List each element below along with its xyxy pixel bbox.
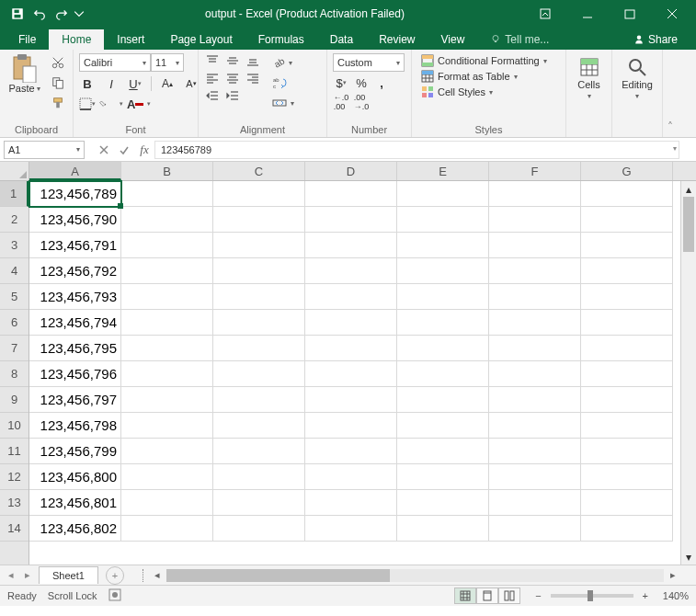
scroll-down-icon[interactable]: ▾	[681, 549, 696, 565]
cell[interactable]	[489, 516, 581, 542]
tell-me[interactable]: Tell me...	[477, 29, 562, 50]
view-page-layout-icon[interactable]	[476, 587, 498, 604]
collapse-ribbon-icon[interactable]: ˄	[667, 120, 673, 133]
align-top-icon[interactable]	[204, 53, 221, 68]
select-all-corner[interactable]	[0, 162, 29, 180]
cell[interactable]	[305, 258, 397, 284]
paste-button[interactable]: Paste▾	[6, 53, 43, 124]
zoom-in-button[interactable]: +	[639, 590, 652, 601]
italic-button[interactable]: I	[103, 75, 120, 92]
cell[interactable]	[397, 233, 489, 258]
cell[interactable]	[489, 490, 581, 516]
macro-record-icon[interactable]	[108, 588, 121, 603]
cell[interactable]	[121, 310, 213, 336]
cell[interactable]: 123,456,795	[29, 336, 121, 361]
tab-page-layout[interactable]: Page Layout	[157, 29, 245, 50]
cell[interactable]	[397, 464, 489, 490]
decrease-decimal-icon[interactable]: .00→.0	[353, 94, 370, 110]
cell[interactable]	[397, 207, 489, 233]
cell[interactable]	[581, 284, 673, 310]
cell[interactable]	[581, 181, 673, 207]
col-header-D[interactable]: D	[305, 162, 397, 180]
insert-function-icon[interactable]: fx	[134, 141, 154, 159]
row-header[interactable]: 1	[0, 181, 29, 207]
cell[interactable]	[305, 464, 397, 490]
formula-input[interactable]: 123456789▾	[154, 141, 679, 159]
cell[interactable]	[397, 387, 489, 413]
cancel-formula-icon[interactable]	[94, 141, 114, 159]
cell[interactable]	[581, 233, 673, 258]
cell[interactable]	[581, 516, 673, 542]
cell[interactable]	[581, 336, 673, 361]
cell[interactable]	[489, 207, 581, 233]
align-right-icon[interactable]	[245, 71, 261, 86]
cell[interactable]	[397, 181, 489, 207]
cell[interactable]	[305, 207, 397, 233]
row-header[interactable]: 2	[0, 207, 29, 233]
cell[interactable]	[305, 181, 397, 207]
number-format-selector[interactable]: Custom▾	[333, 53, 405, 72]
format-as-table-button[interactable]: Format as Table ▾	[417, 69, 551, 84]
redo-icon[interactable]	[51, 4, 72, 24]
cell[interactable]	[213, 336, 305, 361]
cell[interactable]	[213, 490, 305, 516]
tab-review[interactable]: Review	[366, 29, 428, 50]
bold-button[interactable]: B	[79, 75, 96, 92]
col-header-F[interactable]: F	[489, 162, 581, 180]
cell[interactable]: 123,456,793	[29, 284, 121, 310]
cell[interactable]	[581, 310, 673, 336]
fill-color-button[interactable]	[99, 96, 116, 112]
row-header[interactable]: 7	[0, 336, 29, 361]
cell[interactable]	[397, 490, 489, 516]
cell[interactable]	[121, 336, 213, 361]
cell[interactable]: 123,456,800	[29, 464, 121, 490]
col-header-G[interactable]: G	[581, 162, 673, 180]
cell[interactable]	[121, 233, 213, 258]
cell[interactable]	[305, 310, 397, 336]
align-center-icon[interactable]	[224, 71, 241, 86]
save-icon[interactable]	[7, 4, 28, 24]
cell[interactable]	[121, 490, 213, 516]
orientation-button[interactable]: ab▾	[268, 53, 298, 72]
cell[interactable]	[305, 490, 397, 516]
col-header-C[interactable]: C	[213, 162, 305, 180]
cell[interactable]	[121, 439, 213, 464]
row-header[interactable]: 13	[0, 490, 29, 516]
font-name-selector[interactable]: Calibri▾	[79, 53, 151, 72]
cell[interactable]	[581, 490, 673, 516]
ribbon-display-options[interactable]	[525, 0, 565, 28]
col-header-A[interactable]: A	[29, 162, 121, 180]
cell[interactable]: 123,456,794	[29, 310, 121, 336]
sheet-tab-active[interactable]: Sheet1	[39, 566, 98, 584]
cell[interactable]: 123,456,789	[29, 181, 121, 207]
row-header[interactable]: 6	[0, 310, 29, 336]
tab-data[interactable]: Data	[317, 29, 366, 50]
cell[interactable]	[397, 361, 489, 387]
cell[interactable]	[397, 439, 489, 464]
cell[interactable]	[213, 284, 305, 310]
close-button[interactable]	[652, 0, 692, 28]
col-header-E[interactable]: E	[397, 162, 489, 180]
scroll-up-icon[interactable]: ▴	[681, 181, 696, 197]
cell[interactable]	[213, 233, 305, 258]
cell[interactable]	[581, 207, 673, 233]
row-header[interactable]: 14	[0, 516, 29, 542]
editing-button[interactable]: Editing▾	[618, 53, 656, 135]
accounting-format-icon[interactable]: $▾	[333, 74, 349, 91]
conditional-formatting-button[interactable]: Conditional Formatting ▾	[417, 53, 551, 68]
cell[interactable]	[213, 258, 305, 284]
enter-formula-icon[interactable]	[114, 141, 134, 159]
cell[interactable]	[489, 387, 581, 413]
row-header[interactable]: 4	[0, 258, 29, 284]
cell[interactable]	[305, 413, 397, 439]
cell[interactable]	[581, 258, 673, 284]
cell[interactable]	[489, 310, 581, 336]
cell[interactable]	[213, 439, 305, 464]
vscroll-thumb[interactable]	[683, 197, 694, 252]
cell[interactable]	[489, 258, 581, 284]
name-box[interactable]: A1▾	[4, 141, 85, 159]
tab-home[interactable]: Home	[49, 29, 104, 50]
row-header[interactable]: 8	[0, 361, 29, 387]
cell-styles-button[interactable]: Cell Styles ▾	[417, 85, 551, 99]
merge-center-button[interactable]: ▾	[268, 94, 298, 112]
